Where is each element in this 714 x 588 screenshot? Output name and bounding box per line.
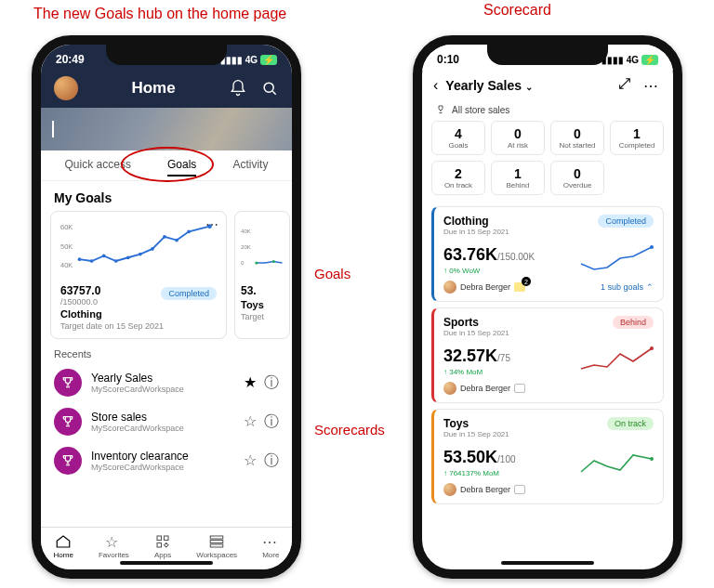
metric-clothing[interactable]: ClothingDue in 15 Sep 2021 Completed 63.… xyxy=(431,206,664,302)
svg-point-19 xyxy=(272,260,275,263)
star-icon[interactable]: ☆ xyxy=(244,451,257,471)
network-label: 4G xyxy=(627,55,639,65)
chevron-up-icon: ⌃ xyxy=(646,282,654,292)
scorecard-name: Yearly Sales xyxy=(91,372,234,385)
back-icon[interactable]: ‹ xyxy=(433,77,438,94)
phone-home: 20:49 ▮▮▮▮ 4G ⚡ Home Quick access Goals … xyxy=(32,35,301,579)
sparkline xyxy=(579,242,654,275)
svg-rect-22 xyxy=(157,542,162,547)
stat-goals[interactable]: 4Goals xyxy=(431,121,485,155)
scorecard-workspace: MyScoreCardWorkspace xyxy=(91,463,234,472)
note-icon[interactable]: 2 xyxy=(514,282,525,292)
search-icon[interactable] xyxy=(260,79,279,98)
sparkline xyxy=(579,343,654,376)
status-badge: Completed xyxy=(161,287,217,300)
svg-point-13 xyxy=(187,229,191,233)
more-icon[interactable]: ⋯ xyxy=(205,217,218,232)
info-icon[interactable]: ⓘ xyxy=(264,412,279,432)
nav-workspaces[interactable]: Workspaces xyxy=(196,533,237,559)
svg-rect-25 xyxy=(210,544,223,547)
tab-activity[interactable]: Activity xyxy=(232,158,268,176)
goal-title: Toys xyxy=(241,299,284,310)
tab-quick-access[interactable]: Quick access xyxy=(65,158,131,176)
status-bar: 20:49 ▮▮▮▮ 4G ⚡ xyxy=(41,45,292,71)
goal-target: /150000.0 xyxy=(60,297,100,307)
svg-point-0 xyxy=(264,83,273,92)
svg-text:40K: 40K xyxy=(60,261,73,269)
filter-bar[interactable]: All store sales xyxy=(422,100,673,121)
tabs: Quick access Goals Activity xyxy=(41,150,292,181)
caption-right: Scorecard xyxy=(483,2,551,19)
nav-apps[interactable]: Apps xyxy=(154,533,171,559)
stat-completed[interactable]: 1Completed xyxy=(610,121,664,155)
note-icon[interactable] xyxy=(514,384,525,393)
metric-title: Sports xyxy=(443,316,509,329)
battery-icon: ⚡ xyxy=(641,55,658,65)
status-badge: Completed xyxy=(598,215,654,228)
goal-card-toys[interactable]: 40K 20K 0 53. Toys Target xyxy=(234,211,290,339)
stat-behind[interactable]: 1Behind xyxy=(491,161,545,195)
stat-notstarted[interactable]: 0Not started xyxy=(550,121,604,155)
metric-change: ↑ 764137% MoM xyxy=(443,469,516,477)
svg-point-7 xyxy=(114,259,118,263)
svg-point-4 xyxy=(78,257,82,261)
status-time: 0:10 xyxy=(437,53,459,66)
my-goals-title: My Goals xyxy=(41,181,292,211)
stat-atrisk[interactable]: 0At risk xyxy=(491,121,545,155)
svg-point-18 xyxy=(255,262,258,265)
metric-toys[interactable]: ToysDue in 15 Sep 2021 On track 53.50K/1… xyxy=(431,409,664,504)
page-title[interactable]: Yearly Sales ⌄ xyxy=(445,78,610,93)
note-icon[interactable] xyxy=(514,485,525,494)
svg-point-10 xyxy=(151,247,154,251)
banner xyxy=(41,108,292,150)
metric-value: 32.57K xyxy=(443,346,497,365)
nav-favorites[interactable]: ☆Favorites xyxy=(99,533,129,559)
avatar[interactable] xyxy=(54,76,78,100)
scorecard-name: Inventory clearance xyxy=(91,450,234,463)
app-header: Home xyxy=(41,71,292,108)
owner-avatar xyxy=(443,483,456,496)
info-icon[interactable]: ⓘ xyxy=(264,373,279,393)
goal-cards: ⋯ 60K 50K 40K 63757.0 /150000.0 Complete… xyxy=(41,211,292,339)
svg-point-9 xyxy=(139,253,142,256)
stat-ontrack[interactable]: 2On track xyxy=(431,161,485,195)
goal-date: Target date on 15 Sep 2021 xyxy=(60,321,217,331)
metric-change: ↑ 0% WoW xyxy=(443,267,535,275)
subgoals-toggle[interactable]: 1 sub goals ⌃ xyxy=(601,282,654,292)
star-icon[interactable]: ★ xyxy=(244,373,257,393)
scorecard-item[interactable]: Store salesMyScoreCardWorkspace ☆ⓘ xyxy=(41,402,292,441)
metric-target: /75 xyxy=(497,353,510,363)
star-icon[interactable]: ☆ xyxy=(244,412,257,432)
goal-chart: 60K 50K 40K xyxy=(60,219,217,277)
svg-point-12 xyxy=(175,239,178,242)
more-icon[interactable]: ⋯ xyxy=(640,77,662,95)
svg-point-5 xyxy=(90,259,94,263)
scorecard-item[interactable]: Yearly SalesMyScoreCardWorkspace ★ⓘ xyxy=(41,363,292,402)
goal-card-clothing[interactable]: ⋯ 60K 50K 40K 63757.0 /150000.0 Complete… xyxy=(50,211,227,339)
trophy-icon xyxy=(54,369,82,397)
svg-point-6 xyxy=(102,255,106,258)
status-time: 20:49 xyxy=(56,53,85,66)
trophy-icon xyxy=(435,104,446,115)
nav-more[interactable]: ⋯More xyxy=(262,533,279,559)
svg-text:60K: 60K xyxy=(60,223,73,231)
stat-grid: 4Goals 0At risk 0Not started 1Completed … xyxy=(422,121,673,201)
metric-due: Due in 15 Sep 2021 xyxy=(443,430,509,438)
nav-home[interactable]: Home xyxy=(54,533,73,559)
owner-name: Debra Berger xyxy=(460,485,510,494)
owner-name: Debra Berger xyxy=(460,384,510,393)
info-icon[interactable]: ⓘ xyxy=(264,451,279,471)
stat-overdue[interactable]: 0Overdue xyxy=(550,161,604,195)
bell-icon[interactable] xyxy=(229,79,247,98)
trophy-icon xyxy=(54,447,82,475)
svg-rect-23 xyxy=(210,536,223,539)
metric-target: /100 xyxy=(497,454,515,464)
annotation-goals: Goals xyxy=(314,266,350,281)
svg-point-8 xyxy=(126,255,130,259)
expand-icon[interactable] xyxy=(617,76,632,95)
metric-sports[interactable]: SportsDue in 15 Sep 2021 Behind 32.57K/7… xyxy=(431,307,664,403)
status-badge: On track xyxy=(607,417,654,430)
tab-goals[interactable]: Goals xyxy=(167,158,196,176)
scorecard-item[interactable]: Inventory clearanceMyScoreCardWorkspace … xyxy=(41,441,292,480)
svg-rect-20 xyxy=(157,536,162,541)
